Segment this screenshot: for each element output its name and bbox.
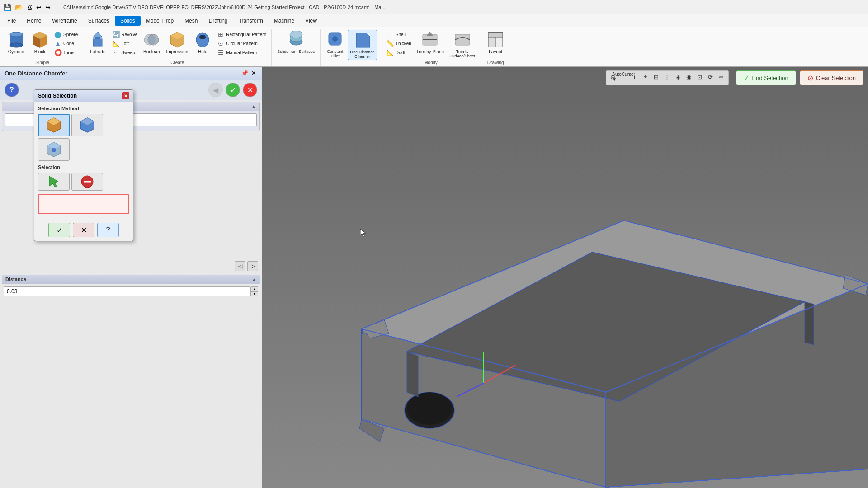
vp-tool7-btn[interactable]: ⟳ xyxy=(706,72,716,82)
dialog-close-button[interactable]: ✕ xyxy=(250,70,257,77)
nav-prev-button[interactable]: ◁ xyxy=(235,261,245,271)
ribbon-btn-sphere[interactable]: ⬤ Sphere xyxy=(52,30,79,39)
ribbon-btn-sweep[interactable]: 〰 Sweep xyxy=(110,48,139,57)
vp-tool2-btn[interactable]: ⊞ xyxy=(651,72,661,82)
menu-file[interactable]: File xyxy=(2,16,21,26)
menu-modelprep[interactable]: Model Prep xyxy=(141,16,179,26)
ribbon-btn-extrude[interactable]: Extrude xyxy=(87,30,108,55)
ribbon-btn-hole[interactable]: Hole xyxy=(192,30,213,55)
cylinder-icon xyxy=(7,31,25,49)
distance-label: Distance xyxy=(5,277,26,282)
draft-label: Draft xyxy=(396,50,406,55)
selection-method-full-body-button[interactable] xyxy=(71,114,103,136)
drawing-group-label: Drawing xyxy=(487,60,504,66)
svg-point-18 xyxy=(290,31,302,38)
menubar: File Home Wireframe Surfaces Solids Mode… xyxy=(0,14,868,27)
vp-tool5-btn[interactable]: ◉ xyxy=(684,72,694,82)
ribbon-btn-shell[interactable]: ◻ Shell xyxy=(385,30,413,39)
dialog-pin-button[interactable]: 📌 xyxy=(241,70,248,77)
ribbon-btn-boolean[interactable]: Boolean xyxy=(141,30,162,55)
ribbon-btn-manual-pattern[interactable]: ☰ Manual Pattern xyxy=(215,48,268,57)
back-button[interactable]: ◀ xyxy=(208,83,223,97)
distance-spinner-up[interactable]: ▲ xyxy=(251,286,258,291)
menu-transform[interactable]: Transform xyxy=(233,16,269,26)
vp-tool8-btn[interactable]: ✏ xyxy=(717,72,726,82)
help-button[interactable]: ? xyxy=(5,83,19,97)
draft-icon: 📐 xyxy=(386,48,394,56)
vp-tool6-btn[interactable]: ⊡ xyxy=(695,72,705,82)
ribbon-btn-constant-fillet[interactable]: ConstantFillet xyxy=(324,30,346,59)
ribbon-btn-layout[interactable]: Layout xyxy=(485,30,506,55)
selection-add-button[interactable] xyxy=(38,173,70,191)
selection-remove-button[interactable] xyxy=(71,173,103,191)
svg-rect-7 xyxy=(93,39,102,46)
nav-next-button[interactable]: ▷ xyxy=(247,261,258,271)
distance-input[interactable] xyxy=(4,286,251,296)
ribbon-btn-block[interactable]: Block xyxy=(29,30,51,55)
viewport-3d-canvas xyxy=(262,67,868,488)
selection-display-box[interactable] xyxy=(38,194,129,214)
ribbon-btn-thicken[interactable]: 📏 Thicken xyxy=(385,39,413,48)
menu-mesh[interactable]: Mesh xyxy=(179,16,203,26)
save-icon[interactable]: 💾 xyxy=(4,4,11,11)
ribbon-group-drawing: Layout Drawing xyxy=(481,29,510,66)
ribbon-btn-rect-pattern[interactable]: ⊞ Rectangular Pattern xyxy=(215,30,268,39)
viewport[interactable]: ⊕ AutoCursor ▼ + ⌖ ⊞ ⋮ ◈ ◉ ⊡ ⟳ ✏ ✓ End S… xyxy=(262,67,868,488)
menu-home[interactable]: Home xyxy=(21,16,47,26)
selection-method-single-face-button[interactable] xyxy=(38,114,70,136)
manual-pattern-icon: ☰ xyxy=(217,48,225,56)
solid-selection-cancel-button[interactable]: ✕ xyxy=(73,223,94,237)
distance-spinner-down[interactable]: ▼ xyxy=(251,291,258,296)
cancel-button[interactable]: ✕ xyxy=(243,83,257,97)
print-icon[interactable]: 🖨 xyxy=(26,4,33,11)
solid-selection-close-button[interactable]: ✕ xyxy=(122,92,129,99)
ribbon-btn-impression[interactable]: Impression xyxy=(164,30,190,55)
constant-fillet-icon xyxy=(326,31,344,49)
vp-tool1-btn[interactable]: ⌖ xyxy=(641,72,651,82)
solid-selection-ok-button[interactable]: ✓ xyxy=(48,223,70,237)
redo-icon[interactable]: ↪ xyxy=(45,4,51,11)
ribbon-btn-circ-pattern[interactable]: ⊙ Circular Pattern xyxy=(215,39,268,48)
menu-view[interactable]: View xyxy=(300,16,322,26)
ribbon-btn-draft[interactable]: 📐 Draft xyxy=(385,48,413,57)
vp-tool4-btn[interactable]: ◈ xyxy=(673,72,683,82)
svg-marker-63 xyxy=(407,352,418,397)
ribbon-btn-torus[interactable]: ⭕ Torus xyxy=(52,48,79,57)
torus-label: Torus xyxy=(63,50,74,55)
svg-point-15 xyxy=(199,35,206,39)
clear-selection-button[interactable]: ⊘ Clear Selection xyxy=(800,70,863,85)
ribbon-btn-trim-by-plane[interactable]: Trim by Plane xyxy=(415,30,446,55)
thicken-icon: 📏 xyxy=(386,39,394,47)
undo-icon[interactable]: ↩ xyxy=(36,4,42,11)
vp-snap-btn[interactable]: + xyxy=(630,72,640,82)
ribbon-btn-revolve[interactable]: 🔄 Revolve xyxy=(110,30,139,39)
svg-marker-25 xyxy=(426,32,434,36)
open-icon[interactable]: 📂 xyxy=(15,4,23,11)
ribbon-btn-cone[interactable]: ▲ Cone xyxy=(52,39,79,48)
menu-machine[interactable]: Machine xyxy=(269,16,300,26)
trim-by-plane-label: Trim by Plane xyxy=(416,49,444,54)
ribbon-btn-loft[interactable]: 📐 Loft xyxy=(110,39,139,48)
loft-label: Loft xyxy=(121,41,129,46)
sweep-icon: 〰 xyxy=(112,48,120,56)
menu-solids[interactable]: Solids xyxy=(115,16,141,26)
clear-selection-label: Clear Selection xyxy=(816,75,856,81)
cancel-icon: ✕ xyxy=(81,226,87,235)
ribbon-group-modify: ◻ Shell 📏 Thicken 📐 Draft xyxy=(381,29,481,66)
solid-selection-body: Selection Method xyxy=(34,102,133,220)
menu-surfaces[interactable]: Surfaces xyxy=(83,16,115,26)
menu-drafting[interactable]: Drafting xyxy=(203,16,233,26)
menu-wireframe[interactable]: Wireframe xyxy=(47,16,82,26)
selection-method-single-body-button[interactable] xyxy=(38,138,70,161)
ribbon-btn-one-distance-chamfer[interactable]: One DistanceChamfer xyxy=(348,30,377,60)
vp-tool3-btn[interactable]: ⋮ xyxy=(662,72,672,82)
ribbon-btn-solids-from-surfaces[interactable]: Solids from Surfaces xyxy=(275,30,316,55)
ribbon-btn-trim-to-surface[interactable]: Trim toSurface/Sheet xyxy=(448,30,477,59)
ribbon-btn-cylinder[interactable]: Cylinder xyxy=(5,30,27,55)
distance-header[interactable]: Distance ▲ xyxy=(2,275,260,284)
end-selection-check-icon: ✓ xyxy=(744,74,750,82)
end-selection-button[interactable]: ✓ End Selection xyxy=(736,70,796,85)
vp-autocursor-btn[interactable]: AutoCursor ▼ xyxy=(619,72,629,82)
ok-button[interactable]: ✓ xyxy=(226,83,240,97)
solid-selection-help-button[interactable]: ? xyxy=(97,223,119,237)
